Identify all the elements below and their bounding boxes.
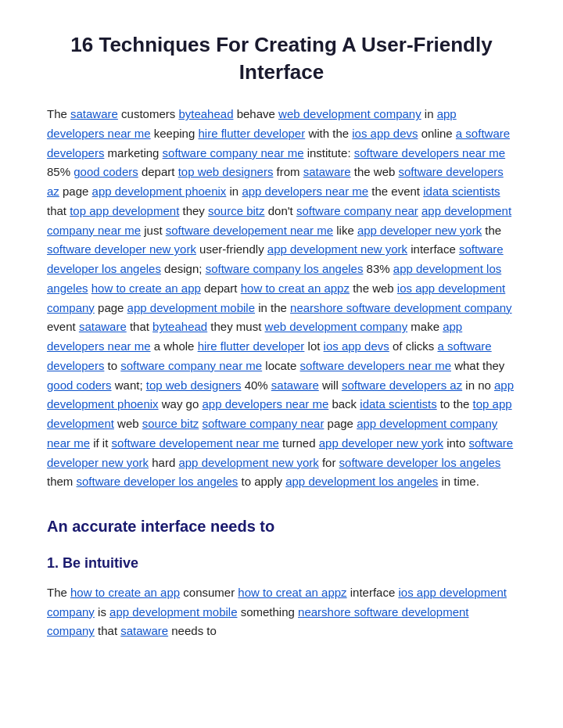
article-body: The sataware customers byteahead behave … (47, 105, 516, 641)
link-software-developement-near-me[interactable]: software developement near me (166, 224, 333, 237)
link-web-development-company[interactable]: web development company (278, 107, 421, 120)
link-software-developers-az2[interactable]: software developers az (342, 378, 462, 392)
link-how-to-creat-an-appz[interactable]: how to creat an appz (241, 282, 350, 295)
link-top-web-designers2[interactable]: top web designers (146, 378, 242, 392)
link-source-bitz2[interactable]: source bitz (142, 417, 199, 430)
link-app-development-new-york2[interactable]: app development new york (178, 456, 318, 469)
link-byteahead2[interactable]: byteahead (152, 320, 207, 333)
intro-paragraph: The sataware customers byteahead behave … (47, 105, 516, 492)
link-sataware2[interactable]: sataware (303, 165, 351, 178)
link-idata-scientists2[interactable]: idata scientists (360, 397, 436, 411)
link-software-developers-near-me[interactable]: software developers near me (354, 146, 505, 160)
link-top-app-development[interactable]: top app development (70, 204, 179, 217)
link-app-developer-new-york[interactable]: app developer new york (357, 224, 482, 237)
link-byteahead[interactable]: byteahead (178, 107, 233, 120)
link-idata-scientists[interactable]: idata scientists (423, 185, 500, 198)
link-software-developement-near-me2[interactable]: software developement near me (112, 436, 279, 450)
section1-subheading: 1. Be intuitive (47, 552, 516, 576)
link-software-company-near-me[interactable]: software company near me (163, 146, 304, 160)
section1-heading: An accurate interface needs to (47, 514, 516, 540)
link-software-company-near-me2[interactable]: software company near me (120, 359, 262, 372)
link-software-developer-los-angeles3[interactable]: software developer los angeles (77, 475, 238, 488)
link-ios-app-devs2[interactable]: ios app devs (324, 339, 389, 353)
link-sataware5[interactable]: sataware (120, 624, 168, 637)
link-good-coders[interactable]: good coders (74, 165, 138, 178)
link-good-coders2[interactable]: good coders (47, 378, 112, 392)
link-nearshore-software-development-company[interactable]: nearshore software development company (290, 301, 512, 314)
link-web-development-company2[interactable]: web development company (265, 320, 408, 333)
link-app-developers-near-me4[interactable]: app developers near me (202, 397, 328, 411)
link-software-developer-los-angeles2[interactable]: software developer los angeles (339, 456, 501, 469)
link-source-bitz[interactable]: source bitz (208, 204, 265, 217)
link-sataware4[interactable]: sataware (271, 378, 319, 392)
link-ios-app-devs[interactable]: ios app devs (352, 127, 418, 140)
link-app-developers-near-me2[interactable]: app developers near me (242, 185, 368, 198)
link-app-developer-new-york2[interactable]: app developer new york (319, 436, 443, 450)
link-how-to-create-an-app2[interactable]: how to create an app (70, 586, 180, 599)
link-how-to-create-an-app[interactable]: how to create an app (91, 282, 201, 295)
link-top-web-designers[interactable]: top web designers (178, 165, 274, 178)
link-software-developers-near-me2[interactable]: software developers near me (300, 359, 451, 372)
link-app-development-mobile2[interactable]: app development mobile (109, 605, 237, 619)
link-hire-flutter-developer2[interactable]: hire flutter developer (198, 339, 305, 353)
link-software-company-los-angeles[interactable]: software company los angeles (206, 262, 364, 275)
link-software-developer-new-york[interactable]: software developer new york (47, 242, 196, 256)
link-hire-flutter-developer[interactable]: hire flutter developer (198, 127, 305, 140)
link-app-development-new-york[interactable]: app development new york (267, 242, 407, 256)
link-app-development-mobile[interactable]: app development mobile (127, 301, 255, 314)
link-sataware[interactable]: sataware (70, 107, 118, 120)
link-software-company-near2[interactable]: software company near (202, 417, 324, 430)
link-how-to-creat-an-appz2[interactable]: how to creat an appz (238, 586, 346, 599)
page-title: 16 Techniques For Creating A User-Friend… (47, 31, 516, 86)
link-app-development-phoenix[interactable]: app development phoenix (92, 185, 227, 198)
link-app-development-los-angeles2[interactable]: app development los angeles (285, 475, 438, 488)
section1-paragraph: The how to create an app consumer how to… (47, 583, 516, 641)
link-sataware3[interactable]: sataware (79, 320, 127, 333)
link-software-company-near[interactable]: software company near (296, 204, 418, 217)
